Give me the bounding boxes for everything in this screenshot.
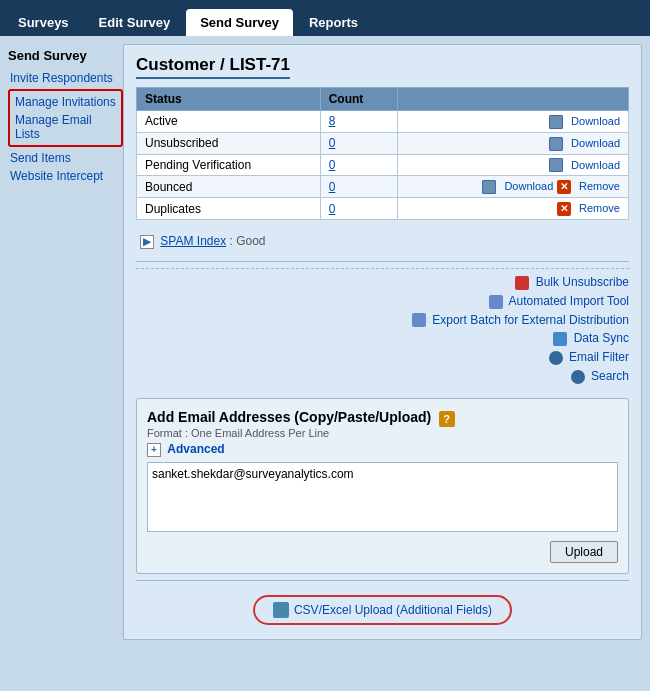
status-unsubscribed: Unsubscribed: [137, 132, 321, 154]
action-duplicates: ✕ Remove: [397, 198, 628, 220]
action-active: Download: [397, 111, 628, 133]
top-nav: Surveys Edit Survey Send Survey Reports: [0, 0, 650, 36]
bulk-unsubscribe-button[interactable]: Bulk Unsubscribe: [136, 273, 629, 292]
status-active: Active: [137, 111, 321, 133]
advanced-link[interactable]: Advanced: [167, 442, 224, 456]
advanced-row: + Advanced: [147, 442, 618, 457]
sidebar-item-website-intercept[interactable]: Website Intercept: [8, 167, 123, 185]
email-input[interactable]: sanket.shekdar@surveyanalytics.com: [147, 462, 618, 532]
csv-icon: [273, 602, 289, 618]
advanced-expand-icon[interactable]: +: [147, 443, 161, 457]
automated-import-label: Automated Import Tool: [508, 294, 629, 308]
download-unsubscribed-button[interactable]: Download: [571, 137, 620, 149]
sidebar-item-manage-email-lists[interactable]: Manage Email Lists: [13, 111, 118, 143]
remove-bounced-button[interactable]: Remove: [579, 180, 620, 192]
content-area: Customer / LIST-71 Status Count Active 8…: [123, 44, 642, 640]
search-label: Search: [591, 369, 629, 383]
table-row: Pending Verification 0 Download: [137, 154, 629, 176]
download-icon: [482, 180, 496, 194]
expand-icon[interactable]: ▶: [140, 235, 154, 249]
download-icon: [549, 115, 563, 129]
sidebar-item-manage-invitations[interactable]: Manage Invitations: [13, 93, 118, 111]
add-email-title: Add Email Addresses (Copy/Paste/Upload): [147, 409, 431, 425]
download-pending-button[interactable]: Download: [571, 159, 620, 171]
spam-index-row: ▶ SPAM Index : Good: [136, 228, 629, 255]
csv-upload-button[interactable]: CSV/Excel Upload (Additional Fields): [253, 595, 512, 625]
download-active-button[interactable]: Download: [571, 115, 620, 127]
separator: [136, 261, 629, 262]
upload-button[interactable]: Upload: [550, 541, 618, 563]
sidebar-title: Send Survey: [8, 48, 123, 63]
data-sync-button[interactable]: Data Sync: [136, 329, 629, 348]
count-bounced[interactable]: 0: [329, 180, 336, 194]
add-email-title-row: Add Email Addresses (Copy/Paste/Upload) …: [147, 409, 618, 427]
status-bounced: Bounced: [137, 176, 321, 198]
bulk-unsubscribe-label: Bulk Unsubscribe: [536, 275, 629, 289]
spam-link[interactable]: SPAM Index: [160, 234, 226, 248]
add-email-section: Add Email Addresses (Copy/Paste/Upload) …: [136, 398, 629, 574]
filter-icon: [549, 351, 563, 365]
col-status: Status: [137, 88, 321, 111]
status-table: Status Count Active 8 Download Uns: [136, 87, 629, 220]
sync-icon: [553, 332, 567, 346]
export-icon: [412, 313, 426, 327]
upload-row: Upload: [147, 541, 618, 563]
page-title: Customer / LIST-71: [136, 55, 290, 79]
table-row: Bounced 0 Download ✕ Remove: [137, 176, 629, 198]
search-icon: [571, 370, 585, 384]
status-pending: Pending Verification: [137, 154, 321, 176]
tab-reports[interactable]: Reports: [295, 9, 372, 36]
col-count: Count: [320, 88, 397, 111]
email-filter-label: Email Filter: [569, 350, 629, 364]
count-unsubscribed[interactable]: 0: [329, 136, 336, 150]
bulk-icon: [515, 276, 529, 290]
export-batch-label: Export Batch for External Distribution: [432, 313, 629, 327]
download-icon: [549, 158, 563, 172]
remove-icon: ✕: [557, 202, 571, 216]
table-row: Duplicates 0 ✕ Remove: [137, 198, 629, 220]
action-pending: Download: [397, 154, 628, 176]
tools-section: Bulk Unsubscribe Automated Import Tool E…: [136, 268, 629, 390]
download-bounced-button[interactable]: Download: [504, 180, 553, 192]
tab-send-survey[interactable]: Send Survey: [186, 9, 293, 36]
spam-value: : Good: [230, 234, 266, 248]
count-duplicates[interactable]: 0: [329, 202, 336, 216]
tab-surveys[interactable]: Surveys: [4, 9, 83, 36]
count-active[interactable]: 8: [329, 114, 336, 128]
automated-import-button[interactable]: Automated Import Tool: [136, 292, 629, 311]
csv-upload-row: CSV/Excel Upload (Additional Fields): [136, 591, 629, 629]
table-row: Active 8 Download: [137, 111, 629, 133]
action-unsubscribed: Download: [397, 132, 628, 154]
export-batch-button[interactable]: Export Batch for External Distribution: [136, 311, 629, 330]
count-pending[interactable]: 0: [329, 158, 336, 172]
csv-upload-label: CSV/Excel Upload (Additional Fields): [294, 603, 492, 617]
col-actions: [397, 88, 628, 111]
search-button[interactable]: Search: [136, 367, 629, 386]
download-icon: [549, 137, 563, 151]
tab-edit-survey[interactable]: Edit Survey: [85, 9, 185, 36]
table-row: Unsubscribed 0 Download: [137, 132, 629, 154]
sidebar-item-send-items[interactable]: Send Items: [8, 149, 123, 167]
info-icon[interactable]: ?: [439, 411, 455, 427]
status-duplicates: Duplicates: [137, 198, 321, 220]
sidebar: Send Survey Invite Respondents Manage In…: [8, 44, 123, 640]
sidebar-highlighted-group: Manage Invitations Manage Email Lists: [8, 89, 123, 147]
email-filter-button[interactable]: Email Filter: [136, 348, 629, 367]
import-icon: [489, 295, 503, 309]
bottom-separator: [136, 580, 629, 581]
format-text: Format : One Email Address Per Line: [147, 427, 618, 439]
remove-duplicates-button[interactable]: Remove: [579, 202, 620, 214]
remove-icon: ✕: [557, 180, 571, 194]
sidebar-item-invite[interactable]: Invite Respondents: [8, 69, 123, 87]
data-sync-label: Data Sync: [574, 331, 629, 345]
action-bounced: Download ✕ Remove: [397, 176, 628, 198]
